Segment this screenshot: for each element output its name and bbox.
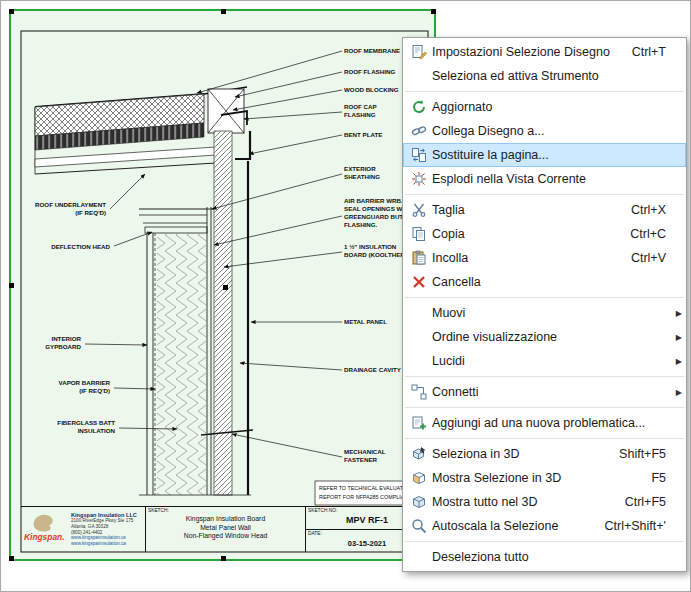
leader-line [197,51,342,93]
note-line-1: REFER TO TECHNICAL EVALUATI [319,485,405,491]
refresh-icon [410,99,427,115]
callout-label: ROOF MEMBRANE [344,47,400,54]
selection-handle-top-right[interactable] [431,9,436,14]
selection-handle-bottom-left[interactable] [9,556,14,561]
menu-separator [405,194,684,195]
sketch-label: SKETCH: [148,508,169,513]
callout-label: EXTERIORSHEATHING [344,165,380,180]
menu-shortcut: Shift+F5 [619,447,666,461]
menu-separator [405,438,684,439]
callout-label: VAPOR BARRIER(IF REQ'D) [59,379,111,394]
title-block-sketch-cell: SKETCH: Kingspan Insulation Board Metal … [145,507,306,552]
menu-item-aggiungi-ad-una-nuova-problematica[interactable]: Aggiungi ad una nuova problematica... [403,411,686,435]
callout-label: MECHANICALFASTENER [344,448,386,463]
callout-label: INTERIORGYPBOARD [45,335,81,350]
submenu-arrow-icon: ▶ [672,388,682,397]
menu-item-label: Collega Disegno a... [432,124,654,138]
menu-separator [405,376,684,377]
app-window: { "colors": { "selection_green": "#27a73… [0,0,691,592]
replace-page-icon [410,147,427,163]
menu-item-autoscala-la-selezione[interactable]: Autoscala la SelezioneCtrl+Shift+' [403,514,686,538]
menu-shortcut: Ctrl+C [630,227,666,241]
note-line-2: REPORT FOR NFPA285 COMPLIAN [319,494,408,500]
drawing-settings-icon [410,44,427,60]
icon-placeholder [410,305,427,321]
menu-item-label: Sostituire la pagina... [432,148,654,162]
menu-shortcut: Ctrl+F5 [625,495,666,509]
menu-item-label: Taglia [432,203,619,217]
menu-item-label: Seleziona ed attiva Strumento [432,69,654,83]
menu-item-taglia[interactable]: TagliaCtrl+X [403,198,686,222]
menu-separator [405,91,684,92]
selection-handle-mid-left[interactable] [9,283,14,288]
menu-item-muovi[interactable]: Muovi▶ [403,301,686,325]
selection-handle-top-left[interactable] [9,9,14,14]
kingspan-lion-mark [34,514,53,531]
menu-item-label: Ordine visualizzazione [432,330,654,344]
date-label: DATE: [308,531,322,536]
menu-shortcut: Ctrl+T [632,45,666,59]
menu-item-sostituire-la-pagina[interactable]: Sostituire la pagina... [403,143,686,167]
submenu-arrow-icon: ▶ [672,309,682,318]
callout-label: ROOF UNDERLAYMENT(IF REQ'D) [35,201,106,216]
menu-item-aggiornato[interactable]: Aggiornato [403,95,686,119]
menu-item-label: Seleziona in 3D [432,447,607,461]
sketch-title-line-2: Metal Panel Wall [146,524,305,533]
callout-label: BENT PLATE [344,131,382,138]
menu-item-mostra-selezione-in-3d[interactable]: Mostra Selezione in 3DF5 [403,466,686,490]
menu-item-esplodi-nella-vista-corrente[interactable]: Esplodi nella Vista Corrente [403,167,686,191]
menu-item-mostra-tutto-nel-3d[interactable]: Mostra tutto nel 3DCtrl+F5 [403,490,686,514]
submenu-arrow-icon: ▶ [672,357,682,366]
menu-item-impostazioni-selezione-disegno[interactable]: Impostazioni Selezione DisegnoCtrl+T [403,40,686,64]
menu-item-cancella[interactable]: Cancella [403,270,686,294]
scissors-icon [410,202,427,218]
drawing-element[interactable]: REFER TO TECHNICAL EVALUATI REPORT FOR N… [9,9,436,561]
menu-item-connetti[interactable]: Connetti▶ [403,380,686,404]
menu-item-copia[interactable]: CopiaCtrl+C [403,222,686,246]
sketch-title-line-3: Non-Flanged Window Head [146,532,305,541]
menu-item-deseleziona-tutto[interactable]: Deseleziona tutto [403,545,686,569]
menu-item-label: Copia [432,227,618,241]
menu-item-label: Lucidi [432,354,654,368]
menu-shortcut: Ctrl+V [631,251,666,265]
menu-item-collega-disegno-a[interactable]: Collega Disegno a... [403,119,686,143]
leader-line [110,174,145,209]
menu-separator [405,297,684,298]
selection-center-handle[interactable] [223,285,228,290]
menu-item-seleziona-ed-attiva-strumento[interactable]: Seleziona ed attiva Strumento [403,64,686,88]
menu-item-label: Mostra Selezione in 3D [432,471,639,485]
menu-item-ordine-visualizzazione[interactable]: Ordine visualizzazione▶ [403,325,686,349]
menu-item-label: Esplodi nella Vista Corrente [432,172,654,186]
callout-label: ROOF CAPFLASHING [344,103,377,118]
leader-line [85,344,147,345]
company-web-ca: www.kingspaninsulation.ca [71,541,137,547]
leader-line [224,252,342,267]
selection-handle-top-middle[interactable] [221,9,226,14]
kingspan-logo: Kingspan. [23,513,69,547]
link-icon [410,123,427,139]
leader-line [249,135,342,154]
leader-line [114,232,152,246]
icon-placeholder [410,329,427,345]
menu-item-seleziona-in-3d[interactable]: Seleziona in 3DShift+F5 [403,442,686,466]
callout-label: DEFLECTION HEAD [51,243,110,250]
menu-separator [405,407,684,408]
explode-icon [410,171,427,187]
add-issue-icon [410,415,427,431]
title-block: Kingspan. Kingspan Insulation LLC 2100 R… [21,506,428,552]
menu-item-label: Aggiungi ad una nuova problematica... [432,416,654,430]
sketch-title-line-1: Kingspan Insulation Board [146,515,305,524]
selection-handle-bottom-middle[interactable] [221,556,226,561]
copy-icon [410,226,427,242]
wall-assembly [139,131,253,495]
icon-placeholder [410,68,427,84]
show-selection-3d-icon [410,470,427,486]
menu-item-label: Autoscala la Selezione [432,519,593,533]
icon-placeholder [410,353,427,369]
leader-line [240,363,342,370]
menu-item-incolla[interactable]: IncollaCtrl+V [403,246,686,270]
leader-line [214,216,342,245]
menu-item-lucidi[interactable]: Lucidi▶ [403,349,686,373]
sketch-no-label: SKETCH NO: [308,508,337,513]
show-all-3d-icon [410,494,427,510]
